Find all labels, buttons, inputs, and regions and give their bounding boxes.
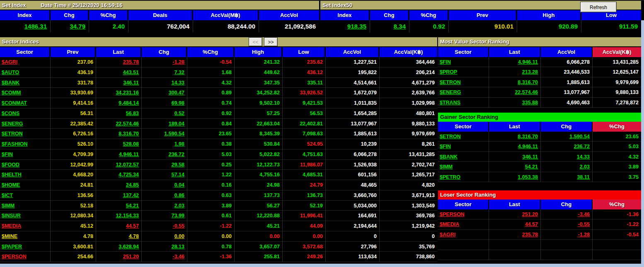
table-cell: 33,930.69 xyxy=(51,88,96,98)
index-value-cell: 2.40 xyxy=(89,20,128,32)
table-cell: 22,402.81 xyxy=(283,119,326,129)
index-summary-row: Set Index Date Time # 25/12/2020 16:59:1… xyxy=(0,1,641,33)
page-next-button[interactable]: >> xyxy=(264,37,278,46)
column-header: Last xyxy=(489,122,541,132)
table-cell: 136.56 xyxy=(51,190,96,201)
table-cell[interactable]: $AUTO xyxy=(0,67,51,78)
table-cell: 436.12 xyxy=(283,67,326,78)
table-cell[interactable]: $MEDIA xyxy=(0,221,51,231)
table-cell: 24.98 xyxy=(235,180,283,190)
table-cell: 254.66 xyxy=(51,252,96,262)
table-cell: 8,316.70 xyxy=(489,132,541,142)
table-cell: 1,654,285 xyxy=(326,108,380,119)
set-index50-panel: Set Index50 Refresh IndexChg%ChgPrevHigh… xyxy=(320,1,641,33)
table-cell[interactable]: $FASHION xyxy=(0,139,51,149)
index-value-cell: 21,092,586 xyxy=(259,20,319,32)
page-previous-button[interactable]: << xyxy=(249,37,262,46)
table-cell[interactable]: $PETRO xyxy=(438,172,489,182)
table-cell[interactable]: $AGRI xyxy=(438,230,489,240)
table-cell[interactable]: $ENERG xyxy=(438,87,489,97)
column-header: Last xyxy=(489,47,541,57)
column-header: %Chg xyxy=(409,10,449,20)
index-value-cell[interactable]: 1486.31 xyxy=(0,20,51,32)
table-cell: 369,786 xyxy=(380,211,437,221)
table-cell[interactable]: $FOOD xyxy=(0,160,51,170)
table-cell[interactable]: $ETRON xyxy=(0,129,51,139)
table-cell: 56.31 xyxy=(51,108,96,119)
table-cell: 3.75 xyxy=(593,172,641,182)
sector-indices-title: Sector Indices xyxy=(2,38,39,45)
table-cell[interactable]: $IMM xyxy=(438,162,489,172)
table-cell[interactable]: $FIN xyxy=(438,57,489,67)
table-cell: 436.19 xyxy=(51,67,96,78)
table-cell: 4,946.11 xyxy=(489,142,541,152)
column-header: Sector xyxy=(438,47,489,57)
most-value-titlebar: Most Value Sector Ranking xyxy=(438,37,641,46)
table-cell[interactable]: $FIN xyxy=(0,149,51,160)
table-cell[interactable]: $PROP xyxy=(438,67,489,77)
table-cell[interactable]: $HOME xyxy=(0,180,51,190)
table-cell[interactable]: $MINE xyxy=(0,231,51,242)
table-cell[interactable]: $AGRI xyxy=(0,57,51,67)
table-cell: -0.55 xyxy=(541,219,593,229)
table-cell[interactable]: $COMM xyxy=(0,88,51,98)
table-cell[interactable]: $PAPER xyxy=(0,242,51,252)
datetime-label: Date Time # 25/12/2020 16:59:16 xyxy=(41,2,122,8)
table-cell[interactable]: $TRANS xyxy=(438,98,489,108)
table-cell[interactable]: $CONS xyxy=(0,108,51,119)
table-cell: 9,979,699 xyxy=(380,129,437,139)
table-cell: -1.36 xyxy=(593,209,641,219)
table-cell: 5,034,000 xyxy=(326,201,380,211)
table-cell[interactable]: $BANK xyxy=(438,152,489,162)
table-cell: 3,671,913 xyxy=(380,190,437,201)
table-cell: 5.03 xyxy=(187,149,235,160)
table-cell: 443.51 xyxy=(96,67,142,78)
table-cell[interactable]: $HELTH xyxy=(0,170,51,180)
table-cell: 4.78 xyxy=(96,231,142,242)
index-value-cell[interactable]: 918.35 xyxy=(320,20,370,32)
table-cell[interactable]: $FIN xyxy=(438,142,489,152)
table-cell: 13,431,285 xyxy=(380,149,437,160)
table-cell: -0.54 xyxy=(187,57,235,67)
table-cell: 241.32 xyxy=(235,57,283,67)
table-cell: 8,316.70 xyxy=(96,129,142,139)
table-cell: 3.89 xyxy=(593,162,641,172)
table-cell: -1.28 xyxy=(541,230,593,240)
index-value-cell[interactable]: 8.34 xyxy=(370,20,409,32)
table-cell[interactable]: $PERSON xyxy=(438,209,489,219)
column-header: AccVol xyxy=(541,47,593,57)
table-cell: 23.65 xyxy=(187,129,235,139)
table-cell: 4,709.39 xyxy=(51,149,96,160)
table-cell: 3,572.68 xyxy=(283,242,326,252)
refresh-button[interactable]: Refresh xyxy=(580,2,617,12)
table-cell[interactable]: $MEDIA xyxy=(438,219,489,229)
table-cell[interactable]: $CONMAT xyxy=(0,98,51,108)
table-cell[interactable]: $ETRON xyxy=(438,132,489,142)
table-cell[interactable]: $INSUR xyxy=(0,211,51,221)
table-cell: 4,690,463 xyxy=(541,98,593,108)
table-cell: 7,278,872 xyxy=(593,98,641,108)
table-cell: 1,011,835 xyxy=(326,98,380,108)
table-cell: 137.73 xyxy=(235,190,283,201)
table-cell: 6,066,278 xyxy=(541,57,593,67)
table-cell[interactable]: $ICT xyxy=(0,190,51,201)
table-cell: 738,860 xyxy=(380,252,437,262)
table-cell: 0.86 xyxy=(142,190,187,201)
table-cell[interactable]: $ENERG xyxy=(0,119,51,129)
most-value-header-row: SectorLastAccVolAccVal(K฿) xyxy=(438,47,641,57)
table-cell: 54.21 xyxy=(96,201,142,211)
table-cell[interactable]: $IMM xyxy=(0,201,51,211)
table-cell: 7,098.63 xyxy=(283,129,326,139)
index-value-cell[interactable]: 34.79 xyxy=(51,20,89,32)
table-cell: 24.81 xyxy=(51,180,96,190)
table-cell[interactable]: $BANK xyxy=(0,78,51,88)
table-cell: 235.78 xyxy=(96,57,142,67)
table-cell[interactable]: $ETRON xyxy=(438,77,489,87)
table-cell[interactable]: $PERSON xyxy=(0,252,51,262)
table-cell: 335.88 xyxy=(489,98,541,108)
set-index50-title: Set Index50 xyxy=(322,2,352,8)
table-cell: 137.42 xyxy=(96,190,142,201)
column-header: Last xyxy=(96,47,142,57)
loser-body: $PERSON251.20-3.46-1.36$MEDIA44.57-0.55-… xyxy=(438,209,641,260)
column-header: Prev xyxy=(51,47,96,57)
